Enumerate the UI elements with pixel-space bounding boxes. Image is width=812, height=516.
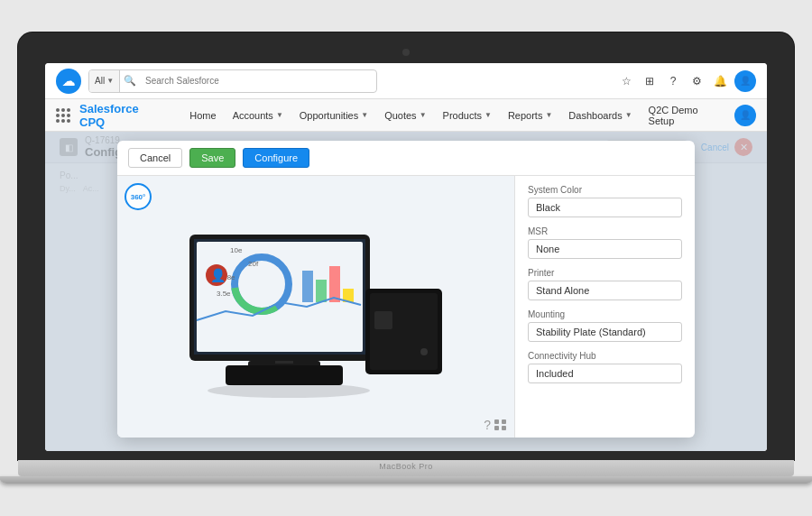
grid-view-icon xyxy=(494,419,507,430)
macbook-wrapper: ☁ All ▼ 🔍 ☆ ⊞ ? ⚙ 🔔 👤 xyxy=(18,32,794,484)
system-color-label: System Color xyxy=(528,185,682,195)
configure-modal: Cancel Save Configure 360° xyxy=(117,141,695,438)
printer-value[interactable]: Stand Alone xyxy=(528,281,682,300)
nav-reports[interactable]: Reports▼ xyxy=(501,99,559,132)
search-input[interactable] xyxy=(140,76,376,86)
search-scope[interactable]: All ▼ xyxy=(89,70,120,92)
mounting-label: Mounting xyxy=(528,309,682,319)
question-icon: ? xyxy=(484,418,491,432)
help-icon[interactable]: ? xyxy=(664,72,682,90)
gear-icon[interactable]: ⚙ xyxy=(687,72,706,90)
svg-rect-19 xyxy=(370,293,438,370)
macbook-foot xyxy=(0,476,812,484)
modal-body: 360° xyxy=(117,176,695,438)
nav-opportunities[interactable]: Opportunities▼ xyxy=(292,99,375,132)
screen-bezel: ☁ All ▼ 🔍 ☆ ⊞ ? ⚙ 🔔 👤 xyxy=(18,32,794,460)
user-icon[interactable]: 👤 xyxy=(734,105,756,126)
svg-text:👤: 👤 xyxy=(210,268,226,283)
configure-button[interactable]: Configure xyxy=(243,148,309,168)
svg-rect-9 xyxy=(316,280,327,302)
nav-quotes[interactable]: Quotes▼ xyxy=(377,99,433,132)
system-color-value[interactable]: Black xyxy=(528,198,682,217)
svg-rect-20 xyxy=(374,311,392,329)
screen: ☁ All ▼ 🔍 ☆ ⊞ ? ⚙ 🔔 👤 xyxy=(45,63,767,451)
star-icon[interactable]: ☆ xyxy=(617,72,635,90)
svg-rect-10 xyxy=(329,266,340,302)
view-360-badge[interactable]: 360° xyxy=(125,183,152,210)
top-navbar: ☁ All ▼ 🔍 ☆ ⊞ ? ⚙ 🔔 👤 xyxy=(45,63,767,99)
pos-terminal-image: 10e 20f 7.8e 3.5e 👤 xyxy=(149,185,483,428)
cancel-button[interactable]: Cancel xyxy=(128,148,182,168)
msr-label: MSR xyxy=(528,226,682,236)
salesforce-logo: ☁ xyxy=(56,69,81,94)
mounting-field: Mounting Stability Plate (Standard) xyxy=(528,309,682,342)
printer-label: Printer xyxy=(528,268,682,278)
nav-dashboards[interactable]: Dashboards▼ xyxy=(561,99,639,132)
scope-chevron: ▼ xyxy=(106,77,114,85)
svg-text:3.5e: 3.5e xyxy=(217,290,231,298)
page-content: ◧ Q-17619 Configure Products Launch Exte… xyxy=(45,132,767,451)
svg-rect-2 xyxy=(226,365,343,385)
modal-overlay: Cancel Save Configure 360° xyxy=(45,132,767,451)
save-button[interactable]: Save xyxy=(189,148,235,168)
printer-field: Printer Stand Alone xyxy=(528,268,682,300)
nav-icons: ☆ ⊞ ? ⚙ 🔔 👤 xyxy=(617,70,756,92)
macbook-base xyxy=(18,460,794,476)
svg-point-21 xyxy=(420,348,428,355)
app-nav: Salesforce CPQ Home Accounts▼ Opportunit… xyxy=(45,99,767,132)
mounting-value[interactable]: Stability Plate (Standard) xyxy=(528,322,682,342)
svg-rect-8 xyxy=(302,271,313,302)
search-bar[interactable]: All ▼ 🔍 xyxy=(88,69,377,93)
svg-text:20f: 20f xyxy=(248,260,259,268)
product-image-area: 360° xyxy=(117,176,514,438)
modal-toolbar: Cancel Save Configure xyxy=(117,141,695,176)
svg-text:10e: 10e xyxy=(230,246,243,254)
msr-value[interactable]: None xyxy=(528,239,682,259)
grid-icon[interactable]: ⊞ xyxy=(641,72,659,90)
image-footer-icons: ? xyxy=(484,418,507,432)
nav-accounts[interactable]: Accounts▼ xyxy=(226,99,291,132)
app-name: Salesforce CPQ xyxy=(79,102,166,129)
system-color-field: System Color Black xyxy=(528,185,682,217)
msr-field: MSR None xyxy=(528,226,682,259)
connectivity-hub-value[interactable]: Included xyxy=(528,364,682,383)
camera xyxy=(402,49,410,56)
grid-menu-icon[interactable] xyxy=(56,108,70,123)
bell-icon[interactable]: 🔔 xyxy=(711,72,729,90)
svg-point-22 xyxy=(208,383,370,398)
search-icon: 🔍 xyxy=(120,75,140,87)
config-panel: System Color Black MSR None xyxy=(514,176,695,438)
connectivity-hub-label: Connectivity Hub xyxy=(528,351,682,361)
nav-products[interactable]: Products▼ xyxy=(436,99,499,132)
nav-home[interactable]: Home xyxy=(182,99,223,132)
nav-setup[interactable]: Q2C Demo Setup xyxy=(641,99,734,132)
connectivity-hub-field: Connectivity Hub Included xyxy=(528,351,682,383)
avatar[interactable]: 👤 xyxy=(734,70,756,92)
